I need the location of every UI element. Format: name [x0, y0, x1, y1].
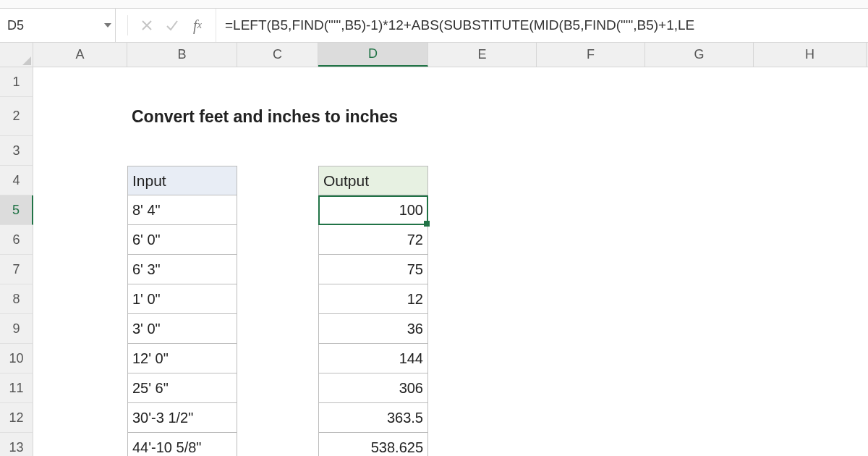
row-header-11[interactable]: 11 — [0, 373, 33, 403]
cell-E13[interactable] — [428, 433, 537, 456]
cell-H7[interactable] — [754, 255, 867, 284]
cell-C6[interactable] — [237, 225, 318, 255]
page-title[interactable]: Convert feet and inches to inches — [127, 97, 237, 136]
cell-F1[interactable] — [537, 67, 645, 97]
cell-C1[interactable] — [237, 67, 318, 97]
cell-G10[interactable] — [645, 344, 754, 373]
row-header-6[interactable]: 6 — [0, 225, 33, 255]
row-header-10[interactable]: 10 — [0, 344, 33, 373]
cell-B11[interactable]: 25' 6" — [127, 373, 237, 403]
enter-icon[interactable] — [161, 14, 183, 36]
cell-D1[interactable] — [318, 67, 428, 97]
cell-B7[interactable]: 6' 3" — [127, 255, 237, 284]
cell-G5[interactable] — [645, 195, 754, 225]
cell-D10[interactable]: 144 — [318, 344, 428, 373]
name-box-dropdown-icon[interactable] — [103, 21, 112, 30]
cell-F13[interactable] — [537, 433, 645, 456]
cell-E2[interactable] — [428, 97, 537, 136]
cell-E9[interactable] — [428, 314, 537, 344]
col-header-B[interactable]: B — [127, 43, 237, 67]
cell-C11[interactable] — [237, 373, 318, 403]
formula-input[interactable]: =LEFT(B5,FIND("'",B5)-1)*12+ABS(SUBSTITU… — [216, 9, 868, 42]
cell-H3[interactable] — [754, 136, 867, 166]
cell-D2[interactable] — [318, 97, 428, 136]
col-header-G[interactable]: G — [645, 43, 754, 67]
row-header-12[interactable]: 12 — [0, 403, 33, 433]
cell-A1[interactable] — [33, 67, 127, 97]
cell-F4[interactable] — [537, 166, 645, 195]
cell-C13[interactable] — [237, 433, 318, 456]
cell-F9[interactable] — [537, 314, 645, 344]
cell-B5[interactable]: 8' 4" — [127, 195, 237, 225]
cell-G3[interactable] — [645, 136, 754, 166]
row-header-13[interactable]: 13 — [0, 433, 33, 456]
cell-G11[interactable] — [645, 373, 754, 403]
cell-E5[interactable] — [428, 195, 537, 225]
cell-A12[interactable] — [33, 403, 127, 433]
cell-F7[interactable] — [537, 255, 645, 284]
cell-E11[interactable] — [428, 373, 537, 403]
cell-C12[interactable] — [237, 403, 318, 433]
cell-D5[interactable]: 100 — [318, 195, 428, 225]
row-header-7[interactable]: 7 — [0, 255, 33, 284]
name-box[interactable]: D5 — [6, 18, 103, 33]
fx-icon[interactable]: fx — [187, 14, 208, 36]
cell-F5[interactable] — [537, 195, 645, 225]
row-header-8[interactable]: 8 — [0, 284, 33, 314]
cell-E3[interactable] — [428, 136, 537, 166]
cell-D13[interactable]: 538.625 — [318, 433, 428, 456]
cell-G2[interactable] — [645, 97, 754, 136]
cell-G4[interactable] — [645, 166, 754, 195]
cell-A4[interactable] — [33, 166, 127, 195]
cell-C9[interactable] — [237, 314, 318, 344]
cell-H2[interactable] — [754, 97, 867, 136]
cell-B3[interactable] — [127, 136, 237, 166]
cell-A3[interactable] — [33, 136, 127, 166]
select-all-corner[interactable] — [0, 43, 33, 67]
cell-E6[interactable] — [428, 225, 537, 255]
cell-G13[interactable] — [645, 433, 754, 456]
cell-G8[interactable] — [645, 284, 754, 314]
cell-D12[interactable]: 363.5 — [318, 403, 428, 433]
header-input[interactable]: Input — [127, 166, 237, 195]
cell-D7[interactable]: 75 — [318, 255, 428, 284]
cell-A13[interactable] — [33, 433, 127, 456]
cell-E8[interactable] — [428, 284, 537, 314]
cell-G1[interactable] — [645, 67, 754, 97]
cell-G12[interactable] — [645, 403, 754, 433]
cell-B9[interactable]: 3' 0" — [127, 314, 237, 344]
col-header-F[interactable]: F — [537, 43, 645, 67]
cell-B13[interactable]: 44'-10 5/8" — [127, 433, 237, 456]
name-box-wrap[interactable]: D5 — [0, 9, 116, 42]
header-output[interactable]: Output — [318, 166, 428, 195]
row-header-5[interactable]: 5 — [0, 195, 33, 225]
cell-A2[interactable] — [33, 97, 127, 136]
cell-C7[interactable] — [237, 255, 318, 284]
cell-H8[interactable] — [754, 284, 867, 314]
row-header-2[interactable]: 2 — [0, 97, 33, 136]
col-header-H[interactable]: H — [754, 43, 867, 67]
cell-F12[interactable] — [537, 403, 645, 433]
grid[interactable]: 1 2 Convert feet and inches to inches 3 — [0, 67, 868, 456]
col-header-D[interactable]: D — [318, 43, 428, 67]
cell-B8[interactable]: 1' 0" — [127, 284, 237, 314]
cell-B12[interactable]: 30'-3 1/2" — [127, 403, 237, 433]
cell-C5[interactable] — [237, 195, 318, 225]
cell-F6[interactable] — [537, 225, 645, 255]
cell-C8[interactable] — [237, 284, 318, 314]
cell-H11[interactable] — [754, 373, 867, 403]
row-header-3[interactable]: 3 — [0, 136, 33, 166]
cell-E12[interactable] — [428, 403, 537, 433]
cell-A11[interactable] — [33, 373, 127, 403]
row-header-1[interactable]: 1 — [0, 67, 33, 97]
cell-A10[interactable] — [33, 344, 127, 373]
cell-G7[interactable] — [645, 255, 754, 284]
cell-D9[interactable]: 36 — [318, 314, 428, 344]
cell-E7[interactable] — [428, 255, 537, 284]
cell-B10[interactable]: 12' 0" — [127, 344, 237, 373]
cell-H9[interactable] — [754, 314, 867, 344]
cell-G6[interactable] — [645, 225, 754, 255]
cancel-icon[interactable] — [136, 14, 158, 36]
cell-H13[interactable] — [754, 433, 867, 456]
cell-H12[interactable] — [754, 403, 867, 433]
